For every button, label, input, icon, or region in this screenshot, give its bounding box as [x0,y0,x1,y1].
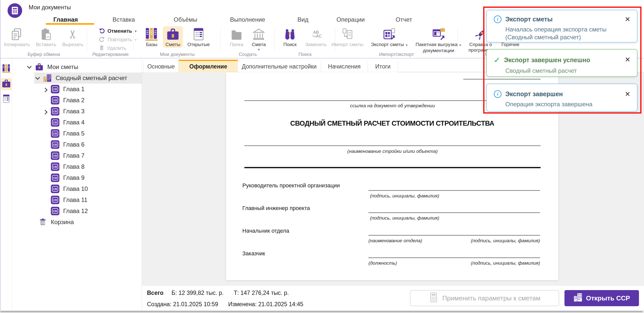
open-ssr-button[interactable]: Открыть ССР [564,290,639,306]
object-name-line [244,145,541,146]
binders-icon [145,27,158,42]
ribbon-group-search: Поиск АВ ⮡АС Заменить Поиск [275,25,335,58]
tree-item-chapter[interactable]: гл Глава 3 [12,106,142,117]
check-icon: ✓ [494,56,500,64]
toast-body: Началась операция экспорта сметы (Сводны… [494,25,612,41]
rail-estimates-button[interactable] [1,78,12,90]
tab-oformlenie[interactable]: Оформление [179,60,238,72]
rail-bases-button[interactable] [1,63,12,75]
group-label: Создать [221,52,275,57]
toast-export-started: i Экспорт сметы Началась операция экспор… [486,10,637,43]
chevron-down-icon[interactable] [25,63,33,71]
buildings-icon [43,74,53,82]
open-documents-icon [2,94,11,104]
tree-item-chapter[interactable]: гл Глава 7 [12,150,142,161]
tab-itogi[interactable]: Итоги [368,61,398,72]
rocket-icon [474,27,487,42]
paste-button[interactable]: Вставить [33,26,59,48]
tab-dop-nastroyki[interactable]: Дополнительные настройки [238,61,321,72]
apply-parameters-button[interactable]: Применить параметры к сметам [410,290,559,306]
close-icon[interactable]: ✕ [625,15,630,23]
trash-icon [99,45,105,52]
chevron-down-icon[interactable] [33,74,42,82]
ribbon-tab-vypolnenie[interactable]: Выполнение [230,15,265,25]
new-folder-button[interactable]: Папка [227,26,246,48]
tree-item-my-estimates[interactable]: Мои сметы [12,61,142,73]
ribbon-tab-otchet[interactable]: Отчет [396,15,412,25]
left-rail [0,58,12,313]
group-label: Мои документы [134,52,221,57]
signature-caption: (подпись, инициалы, фамилия) [370,193,439,199]
undo-button[interactable]: Отменить ▼ [99,28,134,34]
search-button[interactable]: Поиск [281,26,299,48]
opened-button[interactable]: Открытые [185,26,212,48]
chapter-icon: гл [51,129,59,138]
ribbon-tab-operacii[interactable]: Операции [336,15,365,25]
tree-item-chapter[interactable]: гл Глава 2 [12,95,142,106]
toast-body: Операция экспорта завершена [494,100,630,108]
tree-item-chapter[interactable]: гл Глава 5 [12,128,142,139]
signature-caption: (подпись, инициалы, фамилия) [471,260,540,266]
ribbon-group-editing: Отменить ▼ Повторить ▼ [87,25,134,58]
buildings-icon [574,293,583,304]
estimate-building-icon [252,27,265,42]
toast-export-finished: i Экспорт завершен Операция экспорта зав… [486,84,637,112]
signature-line [368,190,540,191]
signature-caption: (наименование отдела) [368,238,422,244]
chapter-icon: гл [51,140,59,149]
document-title: СВОДНЫЙ СМЕТНЫЙ РАСЧЕТ СТОИМОСТИ СТРОИТЕ… [226,120,558,127]
horizontal-scrollbar[interactable] [0,310,644,313]
tree-item-chapter[interactable]: гл Глава 6 [12,139,142,150]
trash-icon [38,218,48,226]
tree-item-chapter[interactable]: гл Глава 10 [12,183,142,194]
briefcase-icon [34,63,44,71]
toast-title: Экспорт завершен успешно [504,56,590,64]
cut-button[interactable]: ✂ Вырезать [60,26,86,48]
new-estimate-button[interactable]: Смета ▼ [249,26,269,52]
rail-opened-button[interactable] [1,93,12,105]
chevron-right-icon[interactable] [41,107,49,115]
status-bar: Всего Б: 12 399,82 тыс. р. Т: 147 276,24… [142,286,644,310]
tree-item-chapter[interactable]: гл Глава 8 [12,161,142,172]
close-icon[interactable]: ✕ [625,56,630,64]
form-row-label: Руководитель проектной организации [242,182,340,189]
estimates-button[interactable]: Сметы [163,26,183,48]
export-estimate-button[interactable]: Экспорт сметы ▼ [368,26,411,48]
batch-export-button[interactable]: Пакетная выгрузка ▼ документации [413,26,464,54]
window-title: Мои документы [29,4,71,11]
tree-item-chapter[interactable]: гл Глава 11 [12,194,142,205]
group-label: Буфер обмена [1,52,87,57]
form-row-label: Главный инженер проекта [242,205,310,212]
current-total: Т: 147 276,24 тыс. р. [234,290,289,296]
separator-line [244,167,541,168]
delete-button[interactable]: Удалить [99,45,134,52]
chevron-down-icon[interactable]: ▼ [257,48,260,51]
tree-item-chapter[interactable]: гл Глава 12 [12,205,142,217]
replace-button[interactable]: АВ ⮡АС Заменить [303,26,329,48]
tree-item-chapter[interactable]: гл Глава 1 [12,84,142,95]
estimates-tree: Мои сметы Сводный сметный расчет гл Глав… [12,58,142,313]
bases-button[interactable]: Базы [142,26,161,48]
close-icon[interactable]: ✕ [625,90,630,98]
redo-icon [99,36,105,44]
redo-button[interactable]: Повторить ▼ [99,36,134,43]
tab-osnovnye[interactable]: Основные [143,61,179,72]
toast-title: Экспорт завершен [505,90,563,98]
import-icon [341,27,354,42]
ribbon-tab-obyomy[interactable]: Объёмы [174,15,197,25]
tree-item-chapter[interactable]: гл Глава 4 [12,117,142,128]
scrollbar-thumb[interactable] [1,311,642,312]
chapter-icon: гл [51,185,59,193]
import-estimate-button[interactable]: Импорт сметы [329,26,366,48]
chevron-right-icon[interactable] [41,85,49,93]
ribbon-tab-vstavka[interactable]: Вставка [112,15,135,25]
tree-item-chapter[interactable]: гл Глава 9 [12,172,142,183]
copy-button[interactable]: Копировать [2,26,32,48]
tree-item-recycle-bin[interactable]: Корзина [12,217,142,228]
tree-item-summary-estimate[interactable]: Сводный сметный расчет [12,73,142,84]
ribbon-group-import-export: Импорт сметы Экспорт сметы ▼ [335,25,458,58]
ribbon-tab-vid[interactable]: Вид [297,15,308,25]
approval-line [463,79,541,80]
tab-nachisleniya[interactable]: Начисления [321,61,368,72]
briefcase-icon [166,27,180,42]
